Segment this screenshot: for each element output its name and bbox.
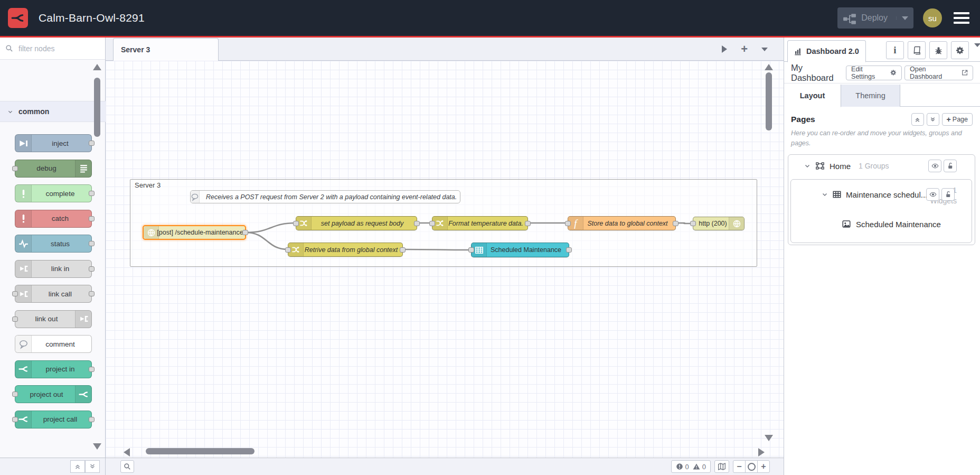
- tab-scroll-right-button[interactable]: [722, 45, 727, 53]
- output-port[interactable]: [400, 247, 406, 253]
- flow-node-change-1[interactable]: set payload as request body: [296, 216, 417, 230]
- output-port[interactable]: [89, 216, 95, 221]
- zoom-in-button[interactable]: +: [757, 460, 770, 473]
- main-menu-button[interactable]: [951, 10, 972, 26]
- zoom-out-button[interactable]: −: [733, 460, 746, 473]
- flow-node-function-1[interactable]: f Store data to global context: [568, 216, 676, 230]
- input-port[interactable]: [468, 247, 474, 253]
- chevron-down-icon[interactable]: [804, 163, 811, 169]
- sidebar-options-button[interactable]: [974, 47, 980, 57]
- page-visibility-button[interactable]: [928, 160, 941, 172]
- config-nodes-button[interactable]: [951, 41, 969, 59]
- edit-settings-button[interactable]: Edit Settings: [846, 66, 902, 80]
- input-port[interactable]: [12, 417, 18, 422]
- debug-sidebar-button[interactable]: [929, 41, 947, 59]
- search-flows-button[interactable]: [120, 460, 134, 473]
- open-dashboard-button[interactable]: Open Dashboard: [904, 66, 973, 80]
- expand-pages-button[interactable]: [927, 113, 939, 126]
- canvas-v-scrollbar-thumb[interactable]: [766, 72, 772, 131]
- flow-tab-server3[interactable]: Server 3: [113, 38, 219, 61]
- flow-node-change-3[interactable]: Retrive data from global context: [288, 243, 403, 257]
- input-port[interactable]: [690, 221, 696, 226]
- zoom-reset-button[interactable]: [745, 460, 758, 473]
- flow-list-button[interactable]: [761, 48, 768, 51]
- deploy-options-button[interactable]: [896, 16, 908, 20]
- comment-node[interactable]: Receives a POST request from Server 2 wi…: [190, 190, 460, 203]
- palette-node-complete[interactable]: complete: [15, 184, 92, 202]
- flow-node-http-resp[interactable]: http (200): [693, 217, 745, 230]
- tab-dashboard-2[interactable]: Dashboard 2.0: [787, 40, 866, 62]
- palette-node-catch[interactable]: catch: [15, 210, 92, 228]
- palette-node-link-in[interactable]: link in: [15, 260, 92, 278]
- palette-node-project-call[interactable]: project call: [15, 411, 92, 429]
- palette-node-project-out[interactable]: project out: [15, 385, 92, 403]
- collapse-pages-button[interactable]: [911, 113, 924, 126]
- input-port[interactable]: [293, 221, 299, 226]
- chevron-down-icon[interactable]: [822, 191, 828, 198]
- chevron-down-icon: [7, 109, 13, 115]
- flow-node-change-2[interactable]: Format temperature data.: [432, 216, 528, 230]
- widget-row-scheduled-maintenance[interactable]: Scheduled Maintenance: [791, 213, 972, 235]
- add-flow-button[interactable]: +: [741, 43, 748, 55]
- palette-collapse-all-button[interactable]: [70, 460, 85, 473]
- group-lock-button[interactable]: [941, 188, 955, 201]
- flow-canvas[interactable]: Server 3 [post] /schedule-maintenance se…: [106, 61, 784, 458]
- output-port[interactable]: [525, 221, 531, 226]
- palette-node-status[interactable]: status: [15, 235, 92, 253]
- palette-scroll-down-arrow[interactable]: [93, 443, 101, 450]
- canvas-scroll-right-arrow[interactable]: [758, 448, 765, 457]
- output-port[interactable]: [673, 221, 679, 226]
- palette-scroll-area[interactable]: common inject debug complete catch statu…: [0, 60, 106, 440]
- input-port[interactable]: [12, 166, 18, 171]
- canvas-scroll-down-arrow[interactable]: [765, 435, 773, 441]
- input-port[interactable]: [12, 316, 18, 322]
- palette-filter-input[interactable]: [17, 44, 88, 53]
- notification-counts[interactable]: 0 0: [671, 460, 711, 473]
- input-port[interactable]: [285, 247, 291, 253]
- input-port[interactable]: [12, 291, 18, 296]
- input-port[interactable]: [12, 392, 18, 397]
- palette-scroll-up-arrow[interactable]: [93, 64, 101, 70]
- output-port[interactable]: [89, 141, 95, 146]
- output-port[interactable]: [414, 221, 420, 226]
- deploy-button[interactable]: Deploy: [837, 7, 913, 29]
- wire[interactable]: [246, 232, 288, 249]
- canvas-h-scrollbar-thumb[interactable]: [146, 448, 255, 454]
- output-port[interactable]: [89, 417, 95, 422]
- palette-node-link-call[interactable]: link call: [15, 285, 92, 303]
- page-row-home[interactable]: Home 1 Groups: [788, 155, 975, 177]
- user-avatar[interactable]: su: [923, 8, 942, 27]
- palette-node-project-in[interactable]: project in: [15, 360, 92, 378]
- add-page-button[interactable]: +Page: [942, 113, 973, 126]
- info-sidebar-button[interactable]: i: [886, 41, 904, 59]
- tab-theming[interactable]: Theming: [841, 85, 900, 107]
- output-port[interactable]: [566, 247, 572, 253]
- output-port[interactable]: [242, 230, 248, 235]
- group-row-maintenance[interactable]: Maintenance schedul... 1 Widgets: [791, 180, 972, 209]
- wire[interactable]: [246, 223, 296, 232]
- navigator-map-button[interactable]: [714, 460, 729, 473]
- page-lock-button[interactable]: [944, 160, 957, 172]
- canvas-scroll-left-arrow[interactable]: [124, 448, 130, 457]
- palette-node-link-out[interactable]: link out: [15, 310, 92, 328]
- input-port[interactable]: [429, 221, 435, 226]
- output-port[interactable]: [89, 241, 95, 246]
- palette-expand-all-button[interactable]: [85, 460, 100, 473]
- flow-node-ui-table[interactable]: Scheduled Maintenance: [471, 243, 569, 257]
- palette-scrollbar-thumb[interactable]: [94, 78, 100, 137]
- output-port[interactable]: [89, 266, 95, 272]
- input-port[interactable]: [565, 221, 571, 226]
- palette-node-comment[interactable]: comment: [15, 335, 92, 353]
- palette-category-common[interactable]: common: [0, 101, 106, 122]
- output-port[interactable]: [89, 191, 95, 196]
- output-port[interactable]: [89, 367, 95, 372]
- tab-layout[interactable]: Layout: [784, 85, 841, 107]
- output-port[interactable]: [89, 291, 95, 296]
- group-visibility-button[interactable]: [926, 188, 939, 201]
- palette-node-debug[interactable]: debug: [15, 160, 92, 178]
- canvas-scroll-up-arrow[interactable]: [765, 64, 773, 70]
- palette-node-inject[interactable]: inject: [15, 134, 92, 152]
- help-sidebar-button[interactable]: [908, 41, 926, 59]
- flow-node-http-in[interactable]: [post] /schedule-maintenance: [143, 225, 246, 240]
- wire[interactable]: [403, 249, 471, 250]
